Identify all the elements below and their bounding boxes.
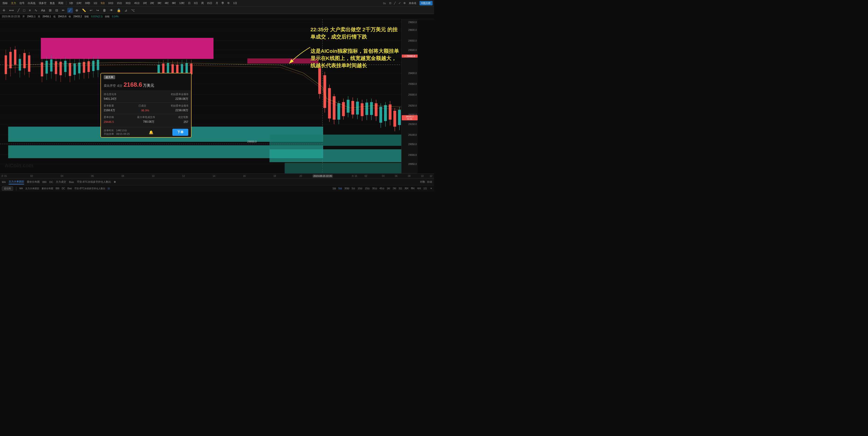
status-15m[interactable]: 15分	[365, 187, 370, 190]
time-06b: 06	[395, 175, 398, 177]
horizontal-ray-icon[interactable]: ≡	[28, 8, 32, 13]
tf-30s[interactable]: 30秒	[84, 1, 91, 5]
settings-icon[interactable]: ⚙	[402, 1, 407, 5]
status-weekk[interactable]: 周K	[405, 187, 408, 190]
tf-15d[interactable]: 15日	[206, 1, 214, 5]
wave-icon[interactable]: ∿	[33, 8, 38, 13]
tf-4h[interactable]: 4时	[163, 1, 170, 5]
brush-icon[interactable]: ⊞	[48, 8, 53, 13]
indicator-vol-dist[interactable]: 量价分布图	[27, 180, 40, 184]
draw-line-icon2[interactable]: ╱	[17, 8, 21, 13]
tf-8h[interactable]: 8时	[171, 1, 177, 5]
status-main-force[interactable]: 主力大单跟踪	[25, 187, 39, 190]
fullscreen-icon[interactable]: ⤢	[398, 1, 402, 5]
status-seasonk[interactable]: 季K	[411, 187, 415, 190]
time-04: 04	[61, 175, 63, 177]
tf-1d2[interactable]: 1日	[232, 1, 238, 5]
add-indicator-icon[interactable]: ⊕	[114, 180, 116, 183]
price-29600: 29600.0	[408, 29, 417, 31]
status-10m[interactable]: 10分	[358, 187, 363, 190]
tf-1m[interactable]: 1分	[92, 1, 99, 5]
tf-10m[interactable]: 10分	[107, 1, 115, 5]
status-1h[interactable]: 1时	[387, 187, 391, 190]
status-5m-active[interactable]: 5分	[338, 187, 342, 190]
status-1m[interactable]: 1分	[332, 187, 336, 190]
status-x-icon[interactable]: ✕	[430, 187, 432, 190]
eye-icon[interactable]: 👁	[108, 8, 114, 13]
tab-white-highlow[interactable]: 白高低	[27, 1, 37, 5]
indicator-dc[interactable]: DC	[49, 180, 53, 184]
kline-analysis-btn[interactable]: K线分析	[420, 1, 433, 5]
highlight-icon[interactable]: 🖊	[67, 8, 73, 13]
tf-1s[interactable]: 1秒	[68, 1, 74, 5]
filter-icon[interactable]: ⊿	[123, 8, 128, 13]
multi-icon[interactable]: ⊕	[74, 8, 80, 13]
popup-unit: 万美元	[143, 84, 154, 87]
pencil-icon[interactable]: ✏	[61, 8, 66, 13]
tab-main-force[interactable]: 主力	[10, 1, 17, 5]
tf-12h[interactable]: 12时	[178, 1, 186, 5]
tf-week[interactable]: 周	[200, 1, 205, 5]
code-icon[interactable]: ⌥	[130, 8, 136, 13]
tf-month[interactable]: 月	[214, 1, 219, 5]
draw-line-icon[interactable]: ╱	[393, 1, 397, 5]
tab-period[interactable]: 周期	[57, 1, 64, 5]
tf-3h[interactable]: 3时	[156, 1, 162, 5]
lock-icon[interactable]: 🔒	[116, 8, 122, 13]
tab-replay[interactable]: 复盘	[49, 1, 56, 5]
tf-45m[interactable]: 45分	[133, 1, 141, 5]
indicator-long-short[interactable]: 币安-BTC永续多空持仓人数比	[77, 180, 111, 184]
indicator-main-force[interactable]: 主力大单跟踪	[9, 180, 24, 184]
tf-15m[interactable]: 15分	[116, 1, 123, 5]
chart-container[interactable]: 29050.0 AiCoin.com 22:35分 大户卖出做空 2千万美元 的…	[0, 19, 434, 174]
status-bias[interactable]: Bias	[67, 187, 72, 190]
ruler-icon[interactable]: 📏	[81, 8, 87, 13]
redo-icon[interactable]: ↪	[95, 8, 100, 13]
status-3d[interactable]: 3日	[399, 187, 402, 190]
tf-year[interactable]: 年	[226, 1, 231, 5]
indicator-main-trans[interactable]: 主力成交	[56, 180, 66, 184]
status-coin-btc[interactable]: 币安-BTC永续多空持仓人数比	[74, 187, 105, 190]
horizontal-line-icon[interactable]: ⟺	[8, 8, 15, 13]
tf-quarter[interactable]: 季	[220, 1, 225, 5]
tf-2h[interactable]: 2时	[149, 1, 155, 5]
rectangle-icon[interactable]: □	[22, 8, 26, 13]
status-dc[interactable]: DC	[62, 187, 65, 190]
status-30m[interactable]: 30分	[372, 187, 377, 190]
place-order-btn[interactable]: 下单	[173, 129, 188, 136]
close-label: 收	[69, 15, 71, 18]
status-ma[interactable]: MA	[20, 187, 23, 190]
status-1d[interactable]: 1日	[423, 187, 427, 190]
status-yeark[interactable]: 年K	[417, 187, 421, 190]
undo-icon[interactable]: ↩	[89, 8, 94, 13]
tf-30m[interactable]: 30分	[124, 1, 132, 5]
tf-3d[interactable]: 3日	[193, 1, 199, 5]
status-vol[interactable]: 量价分布图	[41, 187, 53, 190]
status-45m[interactable]: 45分	[379, 187, 384, 190]
status-2h[interactable]: 2时	[393, 187, 396, 190]
tf-5m[interactable]: 5分	[100, 1, 106, 5]
indicator-ma[interactable]: MA	[2, 180, 6, 184]
tf-1h[interactable]: 1时	[142, 1, 148, 5]
parallel-icon[interactable]: ⊟	[54, 8, 59, 13]
tf-tick[interactable]: 分时	[75, 1, 83, 5]
screenshot-icon[interactable]: ⊡	[388, 1, 392, 5]
tf-day[interactable]: 日	[187, 1, 192, 5]
tab-indicator[interactable]: 指标	[1, 1, 9, 5]
tab-signal[interactable]: 信号	[18, 1, 26, 5]
locate-btn[interactable]: 定位到	[2, 186, 13, 191]
bell-icon[interactable]: 🔔	[149, 130, 153, 134]
unnamed-label[interactable]: 未命名	[408, 1, 417, 5]
cursor-icon[interactable]: ✛	[1, 8, 6, 13]
indicator-bbi[interactable]: BBI	[42, 180, 47, 184]
auto-scale[interactable]: 自动	[427, 180, 432, 184]
delete-icon[interactable]: 🗑	[102, 8, 107, 13]
status-bbi[interactable]: BBI	[56, 187, 59, 190]
time-12: 12	[182, 175, 185, 177]
text-icon[interactable]: Aa	[40, 8, 46, 13]
status-5m2[interactable]: 5分	[352, 187, 355, 190]
status-30s[interactable]: 30秒	[344, 187, 349, 190]
log-scale[interactable]: 对数	[420, 180, 425, 184]
indicator-bias[interactable]: Bias	[69, 180, 74, 184]
tab-strong-multi[interactable]: 强多空	[38, 1, 48, 5]
